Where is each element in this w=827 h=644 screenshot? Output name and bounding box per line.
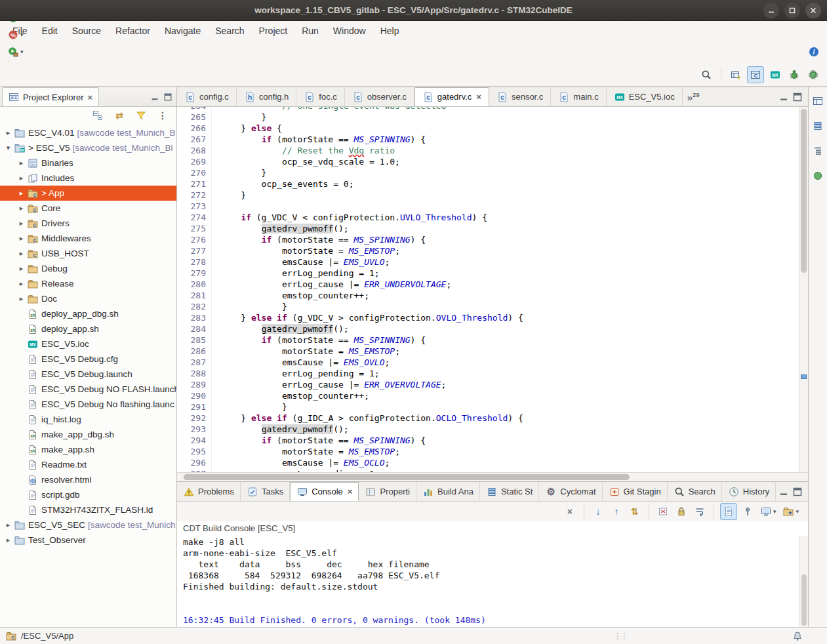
console-vertical-scrollbar[interactable] (799, 536, 808, 628)
chevron-right-icon[interactable]: ▸ (3, 536, 14, 544)
maximize-view-icon[interactable] (792, 486, 803, 498)
editor-tab-main-c[interactable]: cmain.c (551, 87, 606, 106)
menu-run[interactable]: Run (294, 23, 326, 39)
clear-console-button[interactable] (655, 503, 671, 520)
tree-item[interactable]: ▸CDrivers (0, 216, 176, 231)
scroll-lock-button[interactable] (674, 503, 689, 520)
minimized-view-build-targets-button[interactable] (810, 92, 826, 110)
maximize-view-icon[interactable] (792, 91, 803, 103)
menu-navigate[interactable]: Navigate (157, 23, 208, 39)
display-selected-console-button[interactable]: ▾ (758, 503, 778, 520)
menu-window[interactable]: Window (326, 23, 373, 39)
editor-tab-sensor-c[interactable]: csensor.c (489, 87, 551, 106)
profile-button[interactable]: %▾ (5, 26, 26, 43)
editor-tab-observer-c[interactable]: cobserver.c (345, 87, 414, 106)
chevron-right-icon[interactable]: ▸ (16, 159, 27, 167)
tree-item[interactable]: ▸010101Binaries (0, 155, 176, 171)
collapse-all-button[interactable] (90, 107, 106, 124)
tree-item[interactable]: shmake_app_dbg.sh (0, 427, 176, 442)
chevron-down-icon[interactable]: ▾ (3, 144, 14, 152)
close-icon[interactable]: × (348, 487, 353, 496)
chevron-right-icon[interactable]: ▸ (16, 279, 27, 288)
tree-item[interactable]: MXESC_V5.ioc (0, 336, 176, 352)
chevron-right-icon[interactable]: ▸ (3, 129, 14, 137)
pin-console-button[interactable] (740, 503, 756, 520)
console-tab-tasks[interactable]: Tasks (241, 482, 290, 501)
tree-item[interactable]: ▸Doc (0, 291, 176, 306)
console-output[interactable]: make -j8 allarm-none-eabi-size ESC_V5.el… (177, 536, 808, 628)
debug-perspective-button[interactable] (786, 66, 802, 83)
external-tools-dropdown-icon[interactable]: ▾ (20, 49, 24, 55)
previous-error-button[interactable]: ↑ (609, 503, 624, 520)
editor-tab-foc-c[interactable]: cfoc.c (296, 87, 344, 106)
tree-item[interactable]: ▸C> App (0, 186, 176, 201)
statusbar-drag-handle[interactable]: ⋮⋮ (614, 632, 627, 641)
menu-refactor[interactable]: Refactor (108, 23, 157, 39)
tree-item[interactable]: STM32H743ZITX_FLASH.ld (0, 502, 176, 517)
minimize-button[interactable] (763, 3, 779, 18)
minimize-view-icon[interactable] (778, 91, 790, 103)
tree-item[interactable]: ▸CMiddlewares (0, 231, 176, 246)
tree-item[interactable]: ESC_V5 Debug.launch (0, 367, 176, 382)
close-console-button[interactable]: × (562, 503, 578, 520)
console-tab-console[interactable]: Console× (290, 482, 359, 501)
tree-item[interactable]: ▸Includes (0, 171, 176, 186)
chevron-right-icon[interactable]: ▸ (16, 189, 27, 197)
minimize-view-icon[interactable] (149, 91, 161, 103)
cubemx-perspective-button[interactable]: MX (767, 66, 783, 83)
tree-item[interactable]: ESC_V5 Debug No flashing.launc (0, 397, 176, 412)
editor-vertical-scrollbar[interactable] (799, 107, 808, 472)
editor-tab-overflow[interactable]: 29 (687, 91, 700, 103)
next-error-button[interactable]: ↓ (590, 503, 606, 520)
minimized-view-documents-button[interactable] (810, 117, 826, 134)
editor-tab-gatedrv-c[interactable]: cgatedrv.c× (414, 87, 489, 106)
close-icon[interactable]: × (87, 92, 93, 102)
chevron-right-icon[interactable]: ▸ (16, 294, 27, 303)
console-tab-properti[interactable]: Properti (359, 482, 416, 501)
minimized-view-outline-button[interactable] (810, 142, 826, 159)
tree-item[interactable]: ▸ESC_V4.01[sawcode test_Munich_B (0, 125, 176, 140)
maximize-view-icon[interactable] (162, 91, 174, 103)
notifications-icon[interactable] (792, 630, 803, 642)
tree-item[interactable]: ▸Release (0, 276, 176, 291)
view-menu-button[interactable]: ⋮ (155, 107, 171, 124)
console-scrollbar-thumb[interactable] (801, 574, 807, 626)
tab-project-explorer[interactable]: Project Explorer × (2, 87, 99, 106)
menu-edit[interactable]: Edit (35, 23, 65, 39)
console-tab-git-stagin[interactable]: Git Stagin (603, 482, 668, 501)
information-center-button[interactable]: i (806, 43, 822, 60)
chevron-right-icon[interactable]: ▸ (16, 264, 27, 273)
cpp-perspective-button[interactable]: C (747, 66, 764, 83)
open-console-button[interactable]: ▾ (780, 503, 801, 520)
overview-ruler-marker[interactable] (801, 374, 807, 379)
editor-tab-config-h[interactable]: hconfig.h (237, 87, 297, 106)
console-tab-cyclomat[interactable]: ⚙Cyclomat (539, 482, 602, 501)
show-console-on-stdout-button[interactable] (720, 503, 737, 520)
minimize-view-icon[interactable] (778, 486, 790, 498)
word-wrap-button[interactable] (692, 503, 708, 520)
tree-item[interactable]: shmake_app.sh (0, 442, 176, 457)
open-console-dropdown-icon[interactable]: ▾ (796, 508, 799, 515)
editor-tab-esc-v5-ioc[interactable]: MXESC_V5.ioc (607, 87, 683, 106)
vertical-scrollbar-thumb[interactable] (801, 109, 807, 273)
tree-item[interactable]: ▾MX> ESC_V5[sawcode test_Munich_Bl (0, 140, 176, 155)
editor-horizontal-scrollbar[interactable] (177, 472, 808, 481)
chevron-right-icon[interactable]: ▸ (16, 234, 27, 243)
tree-item[interactable]: ▸ESC_V5_SEC[sawcode test_Munich (0, 517, 176, 533)
titlebar[interactable]: workspace_1.15_CBV5_gitlab - ESC_V5/App/… (0, 0, 827, 21)
profile-dropdown-icon[interactable]: ▾ (20, 31, 24, 38)
code-editor[interactable]: 2642652662672682692702712722732742752762… (177, 107, 808, 472)
chevron-right-icon[interactable]: ▸ (16, 204, 27, 212)
open-perspective-button[interactable] (728, 66, 744, 83)
close-icon[interactable]: × (476, 92, 481, 102)
show-error-in-editor-button[interactable]: ⇅ (627, 503, 643, 520)
tree-item[interactable]: Readme.txt (0, 457, 176, 472)
external-tools-button[interactable]: ▾ (5, 43, 26, 60)
menu-search[interactable]: Search (208, 23, 251, 39)
close-button[interactable] (805, 3, 821, 18)
tree-item[interactable]: shdeploy_app_dbg.sh (0, 306, 176, 321)
tree-item[interactable]: iq_hist.log (0, 412, 176, 427)
tree-item[interactable]: ▸CCore (0, 201, 176, 216)
console-tab-history[interactable]: History (722, 482, 776, 501)
editor-tab-config-c[interactable]: cconfig.c (177, 87, 237, 106)
